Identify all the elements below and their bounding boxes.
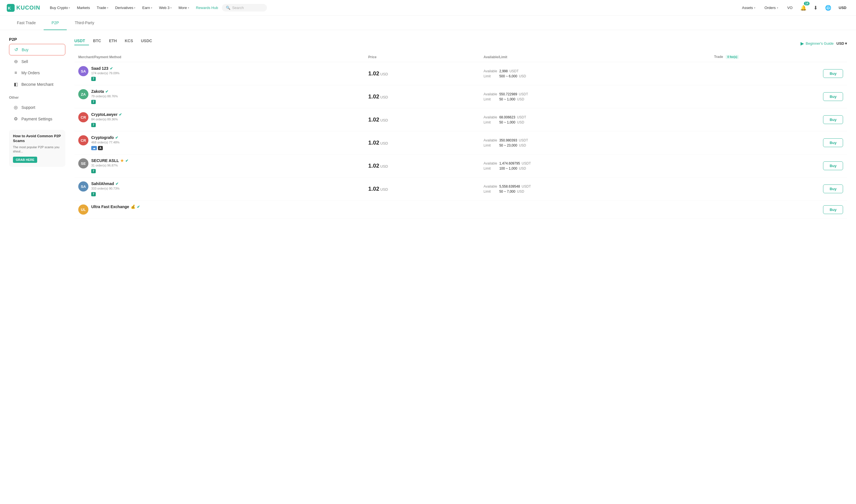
available-cell (480, 200, 710, 219)
assets-button[interactable]: Assets ▾ (739, 4, 758, 12)
nav-buy-crypto[interactable]: Buy Crypto ▾ (47, 4, 73, 12)
nav-web3[interactable]: Web 3 ▾ (156, 4, 175, 12)
buy-button[interactable]: Buy (823, 115, 843, 124)
limit-label: Limit (483, 143, 498, 147)
merchant-name[interactable]: Saad 123 ✔ (91, 66, 119, 71)
payment-tag: ☁ (91, 146, 97, 150)
merchant-cell: ZA Zakota ✔ 79 order(s) 88.76% 7 (74, 85, 364, 108)
available-cell: Available2,998USDT Limit500 ~ 6,000USD (480, 62, 710, 85)
nav-trade[interactable]: Trade ▾ (94, 4, 111, 12)
orders-button[interactable]: Orders ▾ (762, 4, 781, 12)
currency-selector[interactable]: USD (836, 4, 849, 12)
available-label: Available (483, 69, 498, 73)
merchant-stats: 333 order(s) 90.73% (91, 187, 119, 190)
limit-unit: USD (519, 74, 526, 78)
table-row: CR Cryptografo ✔ 468 order(s) 77.48% ☁A … (74, 131, 847, 155)
avatar: UL (78, 204, 88, 215)
buy-button[interactable]: Buy (823, 205, 843, 214)
nav-earn[interactable]: Earn ▾ (139, 4, 155, 12)
merchant-info: Zakota ✔ 79 order(s) 88.76% 7 (91, 89, 118, 104)
limit-unit: USD (517, 190, 524, 194)
price-unit: USD (380, 187, 388, 192)
nav-more[interactable]: More ▾ (176, 4, 192, 12)
tab-usdc[interactable]: USDC (137, 37, 156, 45)
sidebar-item-become-merchant[interactable]: ◧ Become Merchant (9, 79, 65, 90)
merchant-name[interactable]: CryptoLawyer ✔ (91, 112, 122, 117)
buy-button[interactable]: Buy (823, 138, 843, 147)
merchant-name[interactable]: Zakota ✔ (91, 89, 118, 94)
limit-unit: USD (519, 143, 526, 147)
tab-btc[interactable]: BTC (89, 37, 105, 45)
merchant-stats: 84 order(s) 89.36% (91, 118, 122, 121)
merchant-icon: ◧ (13, 82, 19, 87)
avatar: SE (78, 158, 88, 168)
chevron-down-icon: ▾ (69, 6, 70, 9)
price-cell: 1.02 USD (364, 155, 480, 178)
tab-third-party[interactable]: Third-Party (67, 16, 102, 30)
nav-markets[interactable]: Markets (74, 4, 93, 12)
sidebar-title: P2P (9, 37, 65, 42)
limit-range: 50 ~ 1,000 (499, 120, 515, 124)
merchant-name[interactable]: Cryptografo ✔ (91, 135, 119, 140)
logo[interactable]: K KUCOIN (7, 4, 40, 12)
action-cell: Buy (710, 178, 847, 200)
tab-p2p[interactable]: P2P (44, 16, 67, 30)
tab-fast-trade[interactable]: Fast Trade (9, 16, 44, 30)
price-value: 1.02 (368, 116, 379, 123)
merchant-name[interactable]: SECURE ASLL ★ ✔ (91, 158, 129, 163)
nav-items: Buy Crypto ▾ Markets Trade ▾ Derivatives… (47, 4, 739, 12)
verified-icon: ✔ (125, 159, 129, 163)
nav-rewards-hub[interactable]: Rewards Hub (193, 4, 221, 12)
merchant-cell: SA SahilAhmad ✔ 333 order(s) 90.73% 7 (74, 178, 364, 200)
nav-derivatives[interactable]: Derivatives ▾ (112, 4, 138, 12)
limit-unit: USD (517, 97, 524, 101)
available-amount: 5,558.639548 (499, 184, 520, 188)
navbar: K KUCOIN Buy Crypto ▾ Markets Trade ▾ De… (0, 0, 856, 16)
chevron-down-icon: ▾ (170, 6, 172, 9)
limit-range: 100 ~ 1,000 (499, 166, 517, 170)
buy-button[interactable]: Buy (823, 92, 843, 101)
main-content: P2P ↺ Buy ⊖ Sell ≡ My Orders ◧ Become Me… (0, 30, 856, 226)
merchant-name[interactable]: SahilAhmad ✔ (91, 181, 119, 186)
search-bar[interactable]: 🔍 Search (222, 4, 267, 12)
merchant-name[interactable]: Ultra Fast Exchange 💰 ✔ (91, 204, 140, 209)
merchant-cell: SE SECURE ASLL ★ ✔ 31 order(s) 96.87% 7 (74, 155, 364, 178)
download-button[interactable]: ⬇ (811, 3, 820, 12)
user-button[interactable]: VO (785, 4, 795, 12)
kucoin-logo-icon: K (7, 4, 15, 12)
sidebar-item-sell[interactable]: ⊖ Sell (9, 56, 65, 67)
avatar: CR (78, 135, 88, 145)
tab-eth[interactable]: ETH (105, 37, 121, 45)
merchant-stats: 468 order(s) 77.48% (91, 141, 119, 144)
display-currency-selector[interactable]: USD ▾ (837, 41, 847, 46)
available-cell: Available68.006623USDT Limit50 ~ 1,000US… (480, 108, 710, 131)
beginner-guide-link[interactable]: ▶ Beginner's Guide (801, 41, 834, 46)
available-unit: USDT (519, 92, 528, 96)
sidebar-item-support[interactable]: ◎ Support (9, 102, 65, 113)
chevron-down-icon: ▾ (777, 6, 778, 9)
grab-here-button[interactable]: GRAB HERE (13, 157, 37, 163)
content-header: USDT BTC ETH KCS USDC ▶ Beginner's Guide… (74, 37, 847, 50)
limit-range: 50 ~ 7,000 (499, 190, 515, 194)
globe-button[interactable]: 🌐 (824, 3, 833, 12)
price-value: 1.02 (368, 163, 379, 169)
buy-button[interactable]: Buy (823, 184, 843, 193)
table-row: ZA Zakota ✔ 79 order(s) 88.76% 7 1.02 US… (74, 85, 847, 108)
available-amount: 1,474.609795 (499, 161, 520, 165)
fee-badge: 0 fee(s) (726, 55, 739, 59)
action-cell: Buy (710, 131, 847, 155)
available-unit: USDT (519, 138, 528, 142)
buy-button[interactable]: Buy (823, 69, 843, 78)
price-unit: USD (380, 141, 388, 145)
merchant-cell: CR Cryptografo ✔ 468 order(s) 77.48% ☁A (74, 131, 364, 155)
sidebar-item-payment-settings[interactable]: ⚙ Payment Settings (9, 113, 65, 124)
table-row: CR CryptoLawyer ✔ 84 order(s) 89.36% 7 1… (74, 108, 847, 131)
tab-usdt[interactable]: USDT (74, 37, 89, 45)
sidebar-item-buy[interactable]: ↺ Buy (9, 44, 65, 55)
payment-tag: 7 (91, 192, 96, 196)
tab-kcs[interactable]: KCS (121, 37, 137, 45)
limit-unit: USD (519, 166, 526, 170)
buy-button[interactable]: Buy (823, 161, 843, 170)
payment-tag: A (98, 146, 103, 150)
sidebar-item-my-orders[interactable]: ≡ My Orders (9, 68, 65, 78)
